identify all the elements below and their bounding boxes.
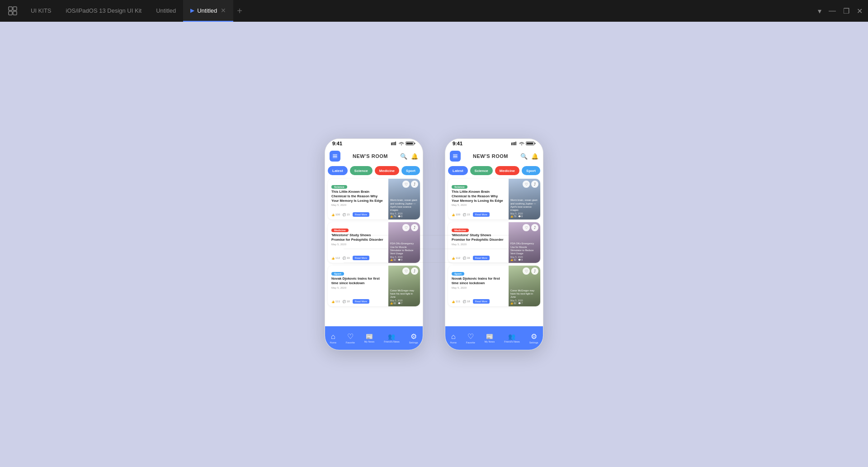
nav-friendsnews-2[interactable]: 👥 Friend's News bbox=[504, 333, 520, 343]
tab-untitled2[interactable]: ▶ Untitled ✕ bbox=[183, 0, 233, 22]
cat-science-2[interactable]: Science bbox=[470, 166, 493, 175]
titlebar: UI KITS iOS/iPadOS 13 Design UI Kit Unti… bbox=[0, 0, 868, 22]
hamburger-button-2[interactable] bbox=[450, 151, 461, 162]
close-button[interactable]: ✕ bbox=[857, 7, 863, 15]
card-badge-2-2: Medicine bbox=[452, 229, 469, 232]
friendsnews-icon-1: 👥 bbox=[388, 333, 395, 340]
cat-sport-2[interactable]: Sport bbox=[522, 166, 540, 175]
tab-untitled1[interactable]: Untitled bbox=[149, 0, 183, 22]
read-more-btn-2-3[interactable]: Read More bbox=[473, 299, 490, 304]
header-icons-2: 🔍 🔔 bbox=[520, 153, 538, 160]
hamburger-icon-2 bbox=[453, 154, 458, 158]
card-thumb-1-3: Conor McGregor may have his next fight i… bbox=[388, 266, 420, 306]
cat-science-1[interactable]: Science bbox=[350, 166, 373, 175]
nav-home-2[interactable]: ⌂ Home bbox=[450, 333, 457, 344]
like-btn-1-2[interactable]: ♡ bbox=[402, 224, 410, 231]
news-card-2-2[interactable]: Medicine 'Milestone' Study Shows Promise… bbox=[448, 222, 540, 263]
share-btn-2-2[interactable]: ⤴ bbox=[531, 224, 538, 231]
bottom-nav-1: ⌂ Home ♡ Favorite 📰 My News 👥 Friend's N… bbox=[325, 326, 423, 350]
search-icon-2[interactable]: 🔍 bbox=[520, 153, 528, 160]
tab-ui-kits[interactable]: UI KITS bbox=[24, 0, 59, 22]
nav-mynews-label-2: My News bbox=[485, 340, 495, 343]
news-card-1-2[interactable]: Medicine 'Milestone' Study Shows Promise… bbox=[328, 222, 420, 263]
nav-friendsnews-label-1: Friend's News bbox=[384, 340, 400, 343]
bell-icon-2[interactable]: 🔔 bbox=[531, 153, 538, 160]
category-tabs-2: Latest Science Medicine Sport bbox=[445, 164, 543, 177]
cat-sport-1[interactable]: Sport bbox=[401, 166, 420, 175]
card-main-1-2: Medicine 'Milestone' Study Shows Promise… bbox=[328, 222, 388, 263]
card-thumb-1-1: Worm brain, ocean giant and soothing Jup… bbox=[388, 179, 420, 219]
card-stats-2-3: 👍 111 💬 18 Read More bbox=[452, 299, 505, 304]
nav-favorite-2[interactable]: ♡ Favorite bbox=[466, 332, 475, 344]
nav-mynews-1[interactable]: 📰 My News bbox=[364, 333, 375, 343]
category-tabs-1: Latest Science Medicine Sport bbox=[325, 164, 423, 177]
card-comments-1-1: 💬 15 bbox=[343, 213, 350, 216]
bell-icon-1[interactable]: 🔔 bbox=[411, 153, 418, 160]
search-icon-1[interactable]: 🔍 bbox=[400, 153, 407, 160]
card-stats-1-2: 👍 112 💬 33 Read More bbox=[331, 256, 385, 260]
like-btn-2-3[interactable]: ♡ bbox=[523, 267, 530, 275]
canvas-area: 9:41 NEW'S ROOM bbox=[0, 22, 868, 467]
share-btn-1-2[interactable]: ⤴ bbox=[411, 224, 418, 231]
tab-ios-kit[interactable]: iOS/iPadOS 13 Design UI Kit bbox=[59, 0, 149, 22]
share-btn-1-1[interactable]: ⤴ bbox=[411, 181, 418, 188]
thumb-stats-2-2: 👍 92💬 9 bbox=[510, 258, 538, 261]
home-icon-2: ⌂ bbox=[451, 333, 456, 341]
cat-latest-1[interactable]: Latest bbox=[328, 166, 348, 175]
nav-home-label-1: Home bbox=[330, 341, 336, 344]
minimize-button[interactable]: — bbox=[829, 7, 836, 15]
like-btn-2-2[interactable]: ♡ bbox=[523, 224, 530, 231]
card-likes-1-2: 👍 112 bbox=[331, 257, 340, 260]
read-more-btn-1-1[interactable]: Read More bbox=[353, 212, 369, 217]
news-card-1-3[interactable]: Sport Novak Djokovic trains for first ti… bbox=[328, 266, 420, 306]
hamburger-button-1[interactable] bbox=[330, 151, 340, 162]
favorite-icon-2: ♡ bbox=[467, 332, 474, 341]
card-title-2-1: This Little-Known Brain Chemical Is the … bbox=[452, 190, 505, 203]
mynews-icon-2: 📰 bbox=[486, 333, 493, 340]
tab-close-button[interactable]: ✕ bbox=[221, 7, 226, 14]
nav-mynews-2[interactable]: 📰 My News bbox=[485, 333, 495, 343]
add-tab-button[interactable]: + bbox=[233, 6, 246, 16]
nav-settings-1[interactable]: ⚙ Settings bbox=[409, 332, 418, 344]
card-badge-1-1: Science bbox=[331, 185, 347, 189]
restore-button[interactable]: ❐ bbox=[843, 7, 849, 15]
nav-favorite-1[interactable]: ♡ Favorite bbox=[346, 332, 355, 344]
thumb-stats-1-2: 👍 92💬 9 bbox=[390, 258, 418, 261]
status-icons-1 bbox=[391, 141, 415, 146]
cat-latest-2[interactable]: Latest bbox=[448, 166, 468, 175]
card-comments-1-3: 💬 18 bbox=[343, 300, 350, 303]
nav-friendsnews-1[interactable]: 👥 Friend's News bbox=[384, 333, 400, 343]
share-btn-2-3[interactable]: ⤴ bbox=[531, 267, 538, 275]
read-more-btn-1-2[interactable]: Read More bbox=[353, 256, 369, 260]
cat-medicine-1[interactable]: Medicine bbox=[375, 166, 399, 175]
card-badge-1-3: Sport bbox=[331, 272, 344, 276]
app-title-1: NEW'S ROOM bbox=[353, 153, 388, 159]
like-btn-1-1[interactable]: ♡ bbox=[402, 181, 410, 188]
read-more-btn-2-1[interactable]: Read More bbox=[473, 212, 490, 217]
nav-home-1[interactable]: ⌂ Home bbox=[330, 333, 336, 344]
card-stats-1-3: 👍 111 💬 18 Read More bbox=[331, 299, 385, 304]
svg-rect-18 bbox=[535, 143, 536, 144]
card-likes-2-2: 👍 112 bbox=[452, 257, 460, 260]
tab-group: UI KITS iOS/iPadOS 13 Design UI Kit Unti… bbox=[24, 0, 818, 22]
card-date-1-2: May 5, 2020 bbox=[331, 243, 385, 246]
like-btn-1-3[interactable]: ♡ bbox=[402, 267, 410, 275]
read-more-btn-1-3[interactable]: Read More bbox=[353, 299, 369, 304]
card-main-1-3: Sport Novak Djokovic trains for first ti… bbox=[328, 266, 388, 306]
card-actions-2-2: ♡ ⤴ bbox=[523, 224, 538, 231]
cat-medicine-2[interactable]: Medicine bbox=[495, 166, 519, 175]
share-btn-1-3[interactable]: ⤴ bbox=[411, 267, 418, 275]
nav-settings-2[interactable]: ⚙ Settings bbox=[529, 332, 538, 344]
card-likes-2-1: 👍 100 bbox=[452, 213, 460, 216]
phone-mockup-1: 9:41 NEW'S ROOM bbox=[325, 138, 423, 350]
card-stats-2-2: 👍 112 💬 33 Read More bbox=[452, 256, 505, 260]
dropdown-button[interactable]: ▾ bbox=[818, 7, 821, 15]
news-card-2-3[interactable]: Sport Novak Djokovic trains for first ti… bbox=[448, 266, 540, 306]
share-btn-2-1[interactable]: ⤴ bbox=[531, 181, 538, 188]
read-more-btn-2-2[interactable]: Read More bbox=[473, 256, 490, 260]
news-card-1-1[interactable]: Science This Little-Known Brain Chemical… bbox=[328, 179, 420, 219]
bottom-nav-2: ⌂ Home ♡ Favorite 📰 My News 👥 Friend's N… bbox=[445, 326, 543, 350]
like-btn-2-1[interactable]: ♡ bbox=[523, 181, 530, 188]
window-controls: ▾ — ❐ ✕ bbox=[818, 7, 863, 15]
news-card-2-1[interactable]: Science This Little-Known Brain Chemical… bbox=[448, 179, 540, 219]
